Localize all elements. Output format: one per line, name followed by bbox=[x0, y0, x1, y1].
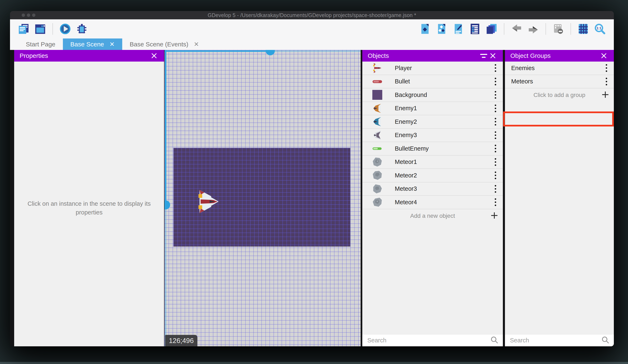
search-icon bbox=[601, 336, 610, 345]
close-window-icon[interactable] bbox=[22, 13, 25, 17]
kebab-menu-icon[interactable] bbox=[493, 183, 498, 194]
toolbar-separator bbox=[546, 23, 546, 35]
object-row-meteor1[interactable]: Meteor1 bbox=[362, 156, 503, 169]
player-sprite-icon bbox=[372, 62, 383, 73]
tab-bar: Start Page Base Scene ✕ Base Scene (Even… bbox=[10, 39, 614, 50]
object-row-player[interactable]: Player bbox=[362, 61, 503, 75]
object-row-meteor3[interactable]: Meteor3 bbox=[362, 182, 503, 196]
kebab-menu-icon[interactable] bbox=[493, 129, 498, 141]
kebab-menu-icon[interactable] bbox=[493, 156, 498, 168]
background-sprite-icon bbox=[372, 89, 383, 100]
object-label: Background bbox=[395, 92, 427, 98]
editor-content: Properties Click on an instance in the s… bbox=[10, 50, 614, 346]
object-row-bullet[interactable]: Bullet bbox=[362, 75, 503, 89]
search-icon bbox=[490, 336, 499, 345]
selection-border-top-faint bbox=[270, 50, 361, 52]
window-title: GDevelop 5 - /Users/dkarakay/Documents/G… bbox=[208, 12, 416, 18]
tab-base-scene-events[interactable]: Base Scene (Events) ✕ bbox=[122, 39, 207, 50]
selection-border-left-faint bbox=[165, 205, 166, 346]
window-mask-icon[interactable] bbox=[553, 23, 564, 35]
filter-icon[interactable] bbox=[479, 51, 488, 60]
object-label: Meteor2 bbox=[395, 172, 417, 179]
instances-list-icon[interactable] bbox=[469, 23, 480, 35]
debug-icon[interactable] bbox=[76, 23, 87, 35]
maximize-window-icon[interactable] bbox=[32, 13, 35, 17]
object-label: Enemy2 bbox=[395, 118, 417, 125]
group-label: Meteors bbox=[511, 78, 533, 85]
tab-base-scene[interactable]: Base Scene ✕ bbox=[63, 39, 122, 50]
minimize-window-icon[interactable] bbox=[27, 13, 30, 17]
kebab-menu-icon[interactable] bbox=[493, 116, 498, 127]
enemy1-sprite-icon bbox=[372, 103, 383, 114]
object-row-enemy3[interactable]: Enemy3 bbox=[362, 129, 503, 142]
selection-handle[interactable] bbox=[164, 200, 170, 209]
object-label: Meteor4 bbox=[395, 199, 417, 206]
project-manager-icon[interactable] bbox=[18, 23, 29, 35]
add-new-object-button[interactable]: Add a new object bbox=[362, 209, 503, 223]
object-groups-panel-header: Object Groups bbox=[505, 50, 614, 61]
objects-panel-icon[interactable] bbox=[419, 23, 431, 35]
scene-canvas[interactable]: 126;496 bbox=[164, 50, 361, 346]
object-row-background[interactable]: Background bbox=[362, 88, 503, 102]
add-group-button[interactable]: Click to add a group bbox=[505, 88, 614, 102]
cursor-coordinates: 126;496 bbox=[165, 335, 197, 346]
play-icon[interactable] bbox=[60, 23, 71, 35]
kebab-menu-icon[interactable] bbox=[604, 62, 609, 74]
tab-start-page[interactable]: Start Page bbox=[18, 39, 63, 50]
groups-search-bar bbox=[505, 334, 614, 346]
bullet-sprite-icon bbox=[372, 76, 383, 87]
plus-icon[interactable] bbox=[601, 91, 609, 99]
zoom-one-to-one-icon[interactable]: 1:1 bbox=[594, 23, 606, 35]
kebab-menu-icon[interactable] bbox=[493, 103, 498, 114]
object-label: Enemy1 bbox=[395, 105, 417, 112]
kebab-menu-icon[interactable] bbox=[493, 197, 498, 208]
grid-icon[interactable] bbox=[578, 23, 589, 35]
selection-border-left bbox=[165, 50, 166, 205]
close-panel-icon[interactable] bbox=[599, 51, 608, 60]
properties-panel-icon[interactable] bbox=[453, 23, 464, 35]
kebab-menu-icon[interactable] bbox=[604, 76, 609, 87]
layers-panel-icon[interactable] bbox=[486, 23, 497, 35]
object-row-meteor2[interactable]: Meteor2 bbox=[362, 169, 503, 182]
undo-icon[interactable] bbox=[511, 23, 522, 35]
redo-icon[interactable] bbox=[528, 23, 539, 35]
close-panel-icon[interactable] bbox=[488, 51, 497, 60]
kebab-menu-icon[interactable] bbox=[493, 89, 498, 101]
toolbar-separator bbox=[504, 23, 504, 35]
plus-icon[interactable] bbox=[490, 212, 498, 220]
object-groups-panel-icon[interactable] bbox=[436, 23, 447, 35]
close-panel-icon[interactable] bbox=[150, 51, 159, 60]
group-row-meteors[interactable]: Meteors bbox=[505, 75, 614, 89]
object-row-enemy1[interactable]: Enemy1 bbox=[362, 102, 503, 116]
selection-handle[interactable] bbox=[266, 50, 275, 55]
properties-panel: Properties Click on an instance in the s… bbox=[14, 50, 164, 346]
object-label: Bullet bbox=[395, 78, 410, 85]
close-tab-icon[interactable]: ✕ bbox=[194, 41, 199, 47]
group-row-enemies[interactable]: Enemies bbox=[505, 61, 614, 75]
objects-search-input[interactable] bbox=[362, 337, 490, 344]
kebab-menu-icon[interactable] bbox=[493, 76, 498, 87]
gdevelop-window: GDevelop 5 - /Users/dkarakay/Documents/G… bbox=[10, 11, 614, 346]
object-label: Player bbox=[395, 65, 412, 71]
enemy2-sprite-icon bbox=[372, 116, 383, 127]
object-label: Meteor3 bbox=[395, 185, 417, 192]
object-row-bulletenemy[interactable]: BulletEnemy bbox=[362, 142, 503, 156]
panel-title: Properties bbox=[20, 52, 48, 59]
selection-border-top bbox=[164, 50, 270, 52]
groups-search-input[interactable] bbox=[505, 337, 601, 344]
kebab-menu-icon[interactable] bbox=[493, 170, 498, 181]
traffic-lights[interactable] bbox=[10, 11, 39, 19]
object-row-enemy2[interactable]: Enemy2 bbox=[362, 115, 503, 129]
player-instance[interactable] bbox=[195, 189, 221, 214]
meteor-sprite-icon bbox=[372, 157, 383, 168]
enemy3-sprite-icon bbox=[372, 130, 383, 141]
kebab-menu-icon[interactable] bbox=[493, 62, 498, 74]
properties-empty-message: Click on an instance in the scene to dis… bbox=[22, 199, 156, 217]
panel-title: Object Groups bbox=[510, 52, 550, 59]
toolbar-separator bbox=[570, 23, 571, 35]
close-tab-icon[interactable]: ✕ bbox=[109, 41, 115, 47]
kebab-menu-icon[interactable] bbox=[493, 143, 498, 154]
group-label: Enemies bbox=[511, 65, 535, 71]
scene-editor-icon[interactable] bbox=[35, 23, 46, 35]
object-row-meteor4[interactable]: Meteor4 bbox=[362, 196, 503, 209]
